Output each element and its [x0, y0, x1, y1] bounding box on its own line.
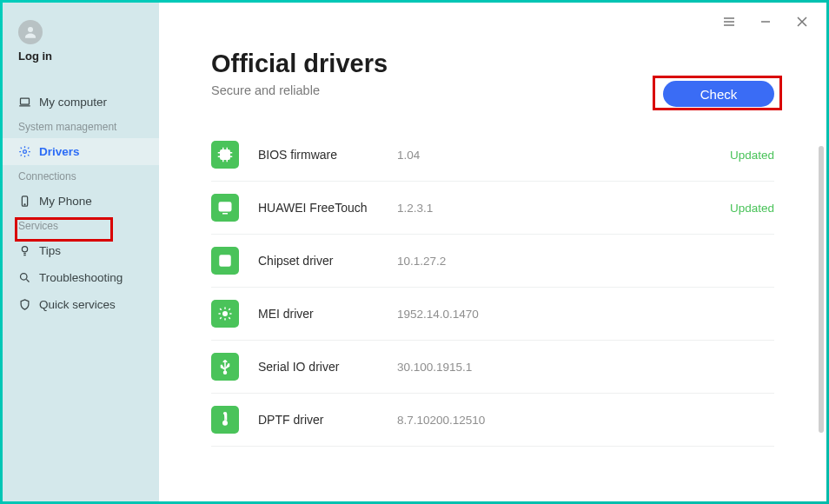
close-button[interactable]	[795, 15, 809, 29]
svg-point-2	[23, 150, 27, 154]
page-title: Official drivers	[211, 50, 774, 78]
sidebar-item-label: Drivers	[39, 145, 80, 158]
driver-version: 1.04	[397, 149, 730, 162]
driver-row[interactable]: BIOS firmware1.04Updated	[211, 129, 774, 182]
driver-row[interactable]: HUAWEI FreeTouch1.2.3.1Updated	[211, 182, 774, 235]
avatar[interactable]	[18, 20, 43, 44]
sidebar-item-troubleshooting[interactable]: Troubleshooting	[3, 264, 159, 291]
section-system-management: System management	[3, 116, 159, 138]
profile-block: Log in	[3, 20, 159, 89]
sidebar-item-quick-services[interactable]: Quick services	[3, 291, 159, 318]
driver-version: 10.1.27.2	[397, 255, 774, 268]
sidebar-item-my-phone[interactable]: My Phone	[3, 188, 159, 215]
driver-version: 1.2.3.1	[397, 202, 730, 215]
gear-icon	[18, 145, 31, 158]
check-button[interactable]: Check	[663, 81, 774, 107]
sidebar-item-drivers[interactable]: Drivers	[3, 138, 159, 165]
sidebar-item-tips[interactable]: Tips	[3, 237, 159, 264]
driver-name: BIOS firmware	[258, 148, 397, 162]
login-link[interactable]: Log in	[18, 50, 143, 63]
main-panel: Official drivers Secure and reliable Che…	[159, 3, 826, 501]
driver-name: MEI driver	[258, 307, 397, 321]
thermo-icon	[211, 406, 239, 434]
app-window: Log in My computer System management Dri…	[3, 3, 826, 501]
driver-row[interactable]: Chipset driver10.1.27.2	[211, 235, 774, 288]
user-icon	[23, 24, 38, 40]
chip-icon	[211, 141, 239, 169]
magnifier-icon	[18, 271, 31, 284]
driver-row[interactable]: MEI driver1952.14.0.1470	[211, 288, 774, 341]
driver-row[interactable]: DPTF driver8.7.10200.12510	[211, 394, 774, 447]
shield-icon	[18, 298, 31, 311]
sidebar-item-label: My Phone	[39, 195, 92, 208]
svg-point-6	[21, 274, 28, 281]
monitor-icon	[211, 194, 239, 222]
square-icon	[211, 247, 239, 275]
driver-version: 8.7.10200.12510	[397, 414, 774, 427]
driver-row[interactable]: Serial IO driver30.100.1915.1	[211, 341, 774, 394]
gear-icon	[211, 300, 239, 328]
svg-point-11	[223, 312, 228, 316]
svg-rect-10	[223, 259, 228, 263]
svg-rect-7	[221, 150, 230, 160]
sidebar-item-my-computer[interactable]: My computer	[3, 89, 159, 116]
svg-rect-1	[21, 98, 30, 104]
menu-icon[interactable]	[722, 15, 736, 29]
sidebar: Log in My computer System management Dri…	[3, 3, 159, 501]
driver-version: 1952.14.0.1470	[397, 308, 774, 321]
sidebar-item-label: Troubleshooting	[39, 271, 123, 284]
section-services: Services	[3, 215, 159, 237]
laptop-icon	[18, 96, 31, 109]
driver-name: HUAWEI FreeTouch	[258, 201, 397, 215]
bulb-icon	[18, 244, 31, 257]
svg-point-13	[223, 421, 228, 426]
svg-point-4	[24, 204, 25, 205]
driver-list: BIOS firmware1.04UpdatedHUAWEI FreeTouch…	[211, 129, 774, 447]
usb-icon	[211, 353, 239, 381]
phone-icon	[18, 195, 31, 208]
driver-status: Updated	[730, 149, 774, 162]
svg-rect-8	[219, 202, 231, 211]
svg-point-0	[28, 27, 33, 32]
titlebar	[722, 15, 809, 29]
svg-point-5	[22, 247, 27, 252]
sidebar-item-label: Quick services	[39, 298, 116, 311]
section-connections: Connections	[3, 165, 159, 188]
driver-name: DPTF driver	[258, 413, 397, 427]
sidebar-item-label: Tips	[39, 244, 61, 257]
driver-version: 30.100.1915.1	[397, 361, 774, 374]
driver-name: Serial IO driver	[258, 360, 397, 374]
driver-name: Chipset driver	[258, 254, 397, 268]
minimize-button[interactable]	[759, 15, 773, 29]
sidebar-item-label: My computer	[39, 96, 107, 109]
scrollbar-thumb[interactable]	[819, 146, 824, 433]
svg-point-12	[224, 371, 227, 374]
driver-status: Updated	[730, 202, 774, 215]
